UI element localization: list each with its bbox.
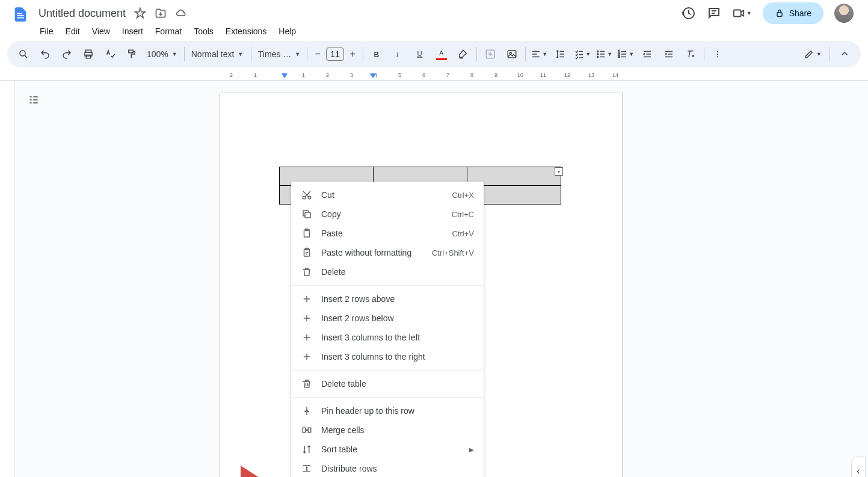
zoom-select[interactable]: 100%▼ [143, 47, 181, 61]
svg-rect-1 [733, 10, 740, 17]
cm-insert-cols-right[interactable]: Insert 3 columns to the right [291, 347, 484, 366]
italic-icon[interactable]: I [388, 45, 408, 64]
clear-formatting-icon[interactable] [680, 45, 701, 64]
outline-toggle-icon[interactable] [23, 89, 45, 111]
svg-point-18 [597, 56, 599, 57]
menu-format[interactable]: Format [150, 24, 186, 38]
svg-point-17 [597, 54, 599, 55]
align-icon[interactable]: ▼ [529, 45, 549, 64]
svg-marker-26 [370, 73, 376, 78]
search-icon[interactable] [13, 45, 34, 64]
distribute-rows-icon [301, 463, 313, 475]
plus-icon [301, 293, 313, 305]
svg-rect-14 [508, 51, 516, 58]
menu-help[interactable]: Help [274, 24, 301, 38]
svg-rect-7 [129, 50, 134, 53]
svg-rect-2 [777, 13, 782, 17]
cm-merge-cells[interactable]: Merge cells [291, 420, 484, 440]
cm-insert-cols-left[interactable]: Insert 3 columns to the left [291, 328, 484, 347]
increase-indent-icon[interactable] [659, 45, 679, 64]
copy-icon [301, 208, 313, 220]
underline-icon[interactable]: U [410, 45, 430, 64]
svg-point-23 [717, 54, 718, 55]
chevron-right-icon: ▶ [469, 446, 474, 453]
menu-tools[interactable]: Tools [189, 24, 218, 38]
comment-icon[interactable] [707, 6, 721, 20]
svg-text:A: A [439, 49, 443, 57]
cm-insert-rows-below[interactable]: Insert 2 rows below [291, 309, 484, 328]
font-size-decrease[interactable]: − [310, 47, 325, 61]
menu-insert[interactable]: Insert [117, 24, 148, 38]
print-icon[interactable] [78, 45, 99, 64]
cm-pin-header[interactable]: Pin header up to this row [291, 401, 484, 420]
svg-text:I: I [396, 51, 399, 59]
sort-icon [301, 443, 313, 455]
svg-point-16 [597, 51, 599, 52]
cm-delete-table[interactable]: Delete table [291, 374, 484, 393]
pin-icon [301, 405, 313, 417]
insert-image-icon[interactable] [502, 45, 522, 64]
redo-icon[interactable] [57, 45, 77, 64]
paint-format-icon[interactable] [122, 45, 142, 64]
font-size-increase[interactable]: + [345, 47, 360, 61]
meet-button[interactable]: ▼ [732, 7, 752, 20]
cm-cut[interactable]: Cut Ctrl+X [291, 185, 484, 205]
share-button[interactable]: Share [763, 2, 823, 24]
text-color-icon[interactable]: A [431, 45, 452, 64]
bold-icon[interactable]: B [366, 45, 387, 64]
menu-extensions[interactable]: Extensions [221, 24, 271, 38]
svg-point-27 [303, 196, 306, 199]
menu-edit[interactable]: Edit [61, 24, 85, 38]
cm-paste[interactable]: Paste Ctrl+V [291, 224, 484, 243]
font-select[interactable]: Times …▼ [254, 47, 304, 61]
line-spacing-icon[interactable] [550, 45, 571, 64]
table-options-icon[interactable]: ▾ [555, 167, 563, 176]
collapse-icon[interactable] [834, 45, 855, 64]
context-menu: Cut Ctrl+X Copy Ctrl+C Paste Ctrl+V Past… [291, 182, 484, 477]
paste-plain-icon [301, 247, 313, 259]
svg-point-28 [308, 196, 311, 199]
svg-point-24 [717, 56, 718, 57]
indent-marker-right-icon[interactable] [370, 73, 376, 79]
trash-icon [301, 378, 313, 390]
menu-file[interactable]: File [35, 24, 58, 38]
cm-insert-rows-above[interactable]: Insert 2 rows above [291, 289, 484, 309]
star-icon[interactable] [134, 7, 146, 19]
decrease-indent-icon[interactable] [637, 45, 657, 64]
svg-text:3: 3 [618, 55, 620, 58]
undo-icon[interactable] [35, 45, 55, 64]
history-icon[interactable] [682, 6, 696, 20]
cm-paste-without-formatting[interactable]: Paste without formatting Ctrl+Shift+V [291, 243, 484, 262]
side-panel-toggle[interactable] [851, 457, 866, 477]
horizontal-ruler[interactable]: 2 1 1 2 3 4 5 6 7 8 9 10 11 12 13 14 [0, 70, 868, 81]
paste-icon [301, 227, 313, 239]
cm-delete[interactable]: Delete [291, 262, 484, 282]
svg-point-22 [717, 51, 718, 52]
document-title[interactable]: Untitled document [35, 6, 129, 21]
more-icon[interactable] [707, 45, 728, 64]
menu-view[interactable]: View [87, 24, 115, 38]
style-select[interactable]: Normal text▼ [188, 47, 248, 61]
checklist-icon[interactable]: ▼ [572, 45, 593, 64]
menu-bar: File Edit View Insert Format Tools Exten… [0, 23, 868, 41]
vertical-ruler[interactable] [0, 81, 14, 477]
move-icon[interactable] [155, 7, 167, 19]
cloud-status-icon[interactable] [175, 7, 187, 19]
user-avatar[interactable] [834, 4, 854, 23]
spellcheck-icon[interactable] [100, 45, 120, 64]
docs-logo-icon[interactable] [10, 4, 31, 25]
plus-icon [301, 312, 313, 324]
font-size-input[interactable] [326, 48, 344, 61]
bulleted-list-icon[interactable]: ▼ [594, 45, 614, 64]
highlight-icon[interactable] [453, 45, 473, 64]
svg-text:U: U [417, 50, 422, 57]
indent-marker-left-icon[interactable] [282, 73, 288, 79]
editing-mode-icon[interactable]: ▼ [800, 45, 825, 64]
cm-sort-table[interactable]: Sort table ▶ [291, 440, 484, 459]
cm-copy[interactable]: Copy Ctrl+C [291, 205, 484, 224]
annotation-arrow-icon [156, 460, 295, 477]
share-label: Share [789, 8, 811, 18]
numbered-list-icon[interactable]: 123▼ [615, 45, 636, 64]
insert-link-icon[interactable] [480, 45, 500, 64]
cm-distribute-rows[interactable]: Distribute rows [291, 459, 484, 477]
